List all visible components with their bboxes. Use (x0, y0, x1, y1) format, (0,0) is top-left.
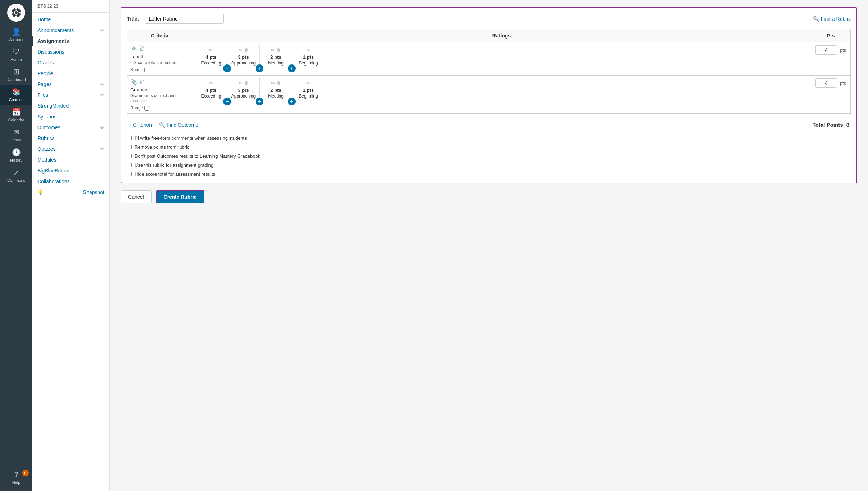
sidebar-item-pages[interactable]: Pages 👁 (32, 79, 109, 90)
delete-rating-icon[interactable]: 🗑 (276, 81, 281, 86)
nav-dashboard[interactable]: ⊞ Dashboard (0, 64, 32, 85)
delete-rating-icon[interactable]: 🗑 (276, 48, 281, 53)
main-content: Title: 🔍 Find a Rubric Criteria Ratings … (110, 0, 868, 491)
calendar-link[interactable]: 📅 Calendar (0, 105, 32, 125)
range-checkbox-length[interactable] (144, 68, 149, 72)
rating-pts: 2 pts (270, 54, 281, 60)
find-outcome-button[interactable]: 🔍 Find Outcome (159, 122, 198, 128)
delete-icon[interactable]: 🗑 (139, 78, 145, 85)
nav-help[interactable]: ? 10 Help (0, 468, 32, 487)
add-rating-button[interactable]: + (223, 98, 231, 105)
sidebar-item-quizzes[interactable]: Quizzes 👁 (32, 144, 109, 154)
pts-input-length[interactable] (815, 45, 837, 55)
find-rubric-button[interactable]: 🔍 Find a Rubric (813, 16, 851, 22)
use-grading-checkbox[interactable] (127, 163, 132, 167)
edit-rating-icon[interactable]: ✏ (239, 81, 243, 86)
sidebar-item-syllabus[interactable]: Syllabus (32, 111, 109, 122)
history-link[interactable]: 🕐 History (0, 145, 32, 165)
delete-icon[interactable]: 🗑 (139, 45, 145, 52)
sidebar-item-announcements[interactable]: Announcements 👁 (32, 25, 109, 36)
nav-account[interactable]: 👤 Account (0, 24, 32, 45)
sidebar-item-people[interactable]: People (32, 68, 109, 79)
dashboard-icon: ⊞ (13, 67, 19, 76)
edit-icon[interactable]: 📎 (130, 78, 137, 85)
nav-admin[interactable]: 🛡 Admin (0, 45, 32, 64)
files-eye-icon[interactable]: 👁 (100, 93, 104, 98)
pages-eye-icon[interactable]: 👁 (100, 82, 104, 87)
range-checkbox-grammar[interactable] (144, 106, 149, 111)
inbox-link[interactable]: ✉ Inbox (0, 125, 32, 145)
sidebar-item-home[interactable]: Home (32, 14, 109, 25)
rating-name: Approaching (231, 60, 256, 66)
edit-rating-icon[interactable]: ✏ (307, 48, 311, 53)
sidebar-item-outcomes[interactable]: Outcomes 👁 (32, 122, 109, 133)
edit-rating-icon[interactable]: ✏ (209, 81, 213, 86)
add-criterion-left: + Criterion 🔍 Find Outcome (128, 122, 198, 128)
add-criterion-row: + Criterion 🔍 Find Outcome Total Points:… (127, 119, 851, 131)
hide-score-checkbox[interactable] (127, 172, 132, 176)
free-form-checkbox[interactable] (127, 136, 132, 140)
rating-item: ✏ 🗑 3 pts Approaching + (227, 45, 260, 68)
remove-points-checkbox[interactable] (127, 145, 132, 149)
sidebar-item-collaborations[interactable]: Collaborations (32, 176, 109, 187)
add-criterion-button[interactable]: + Criterion (128, 122, 152, 128)
add-rating-button[interactable]: + (288, 98, 296, 105)
add-rating-button[interactable]: + (223, 64, 231, 72)
edit-rating-icon[interactable]: ✏ (271, 81, 275, 86)
add-rating-button[interactable]: + (288, 64, 296, 72)
sidebar-item-strongminded[interactable]: StrongMinded (32, 100, 109, 111)
nav-commons[interactable]: ↗ Commons (0, 165, 32, 185)
edit-rating-icon[interactable]: ✏ (271, 48, 275, 53)
rating-pts: 3 pts (238, 87, 249, 93)
edit-rating-icon[interactable]: ✏ (307, 81, 311, 86)
announcements-eye-icon[interactable]: 👁 (100, 28, 104, 33)
admin-icon: 🛡 (13, 48, 20, 56)
nav-inbox[interactable]: ✉ Inbox (0, 125, 32, 145)
delete-rating-icon[interactable]: 🗑 (244, 81, 249, 86)
canvas-logo[interactable] (7, 4, 25, 22)
nav-history[interactable]: 🕐 History (0, 145, 32, 165)
create-rubric-button[interactable]: Create Rubric (156, 190, 205, 203)
rating-name: Beginning (299, 60, 318, 66)
rubric-title-input[interactable] (145, 14, 224, 24)
sidebar-item-discussions[interactable]: Discussions (32, 46, 109, 57)
cancel-button[interactable]: Cancel (121, 190, 152, 203)
sidebar-item-files[interactable]: Files 👁 (32, 90, 109, 100)
rating-pts: 2 pts (270, 87, 281, 93)
use-grading-label: Use this rubric for assignment grading (135, 162, 213, 168)
add-rating-button[interactable]: + (256, 98, 263, 105)
rubric-title-row: Title: 🔍 Find a Rubric (127, 14, 851, 24)
sidebar-item-modules[interactable]: Modules (32, 154, 109, 165)
help-link[interactable]: ? 10 Help (0, 468, 32, 487)
bigbluebutton-label: BigBlueButton (37, 168, 69, 174)
pts-input-grammar[interactable] (815, 78, 837, 88)
dashboard-link[interactable]: ⊞ Dashboard (0, 64, 32, 85)
rating-actions: ✏ (209, 81, 213, 86)
admin-link[interactable]: 🛡 Admin (0, 45, 32, 64)
find-outcome-label: Find Outcome (167, 122, 198, 128)
edit-rating-icon[interactable]: ✏ (239, 48, 243, 53)
delete-rating-icon[interactable]: 🗑 (244, 48, 249, 53)
account-link[interactable]: 👤 Account (0, 24, 32, 45)
nav-calendar[interactable]: 📅 Calendar (0, 105, 32, 125)
commons-link[interactable]: ↗ Commons (0, 165, 32, 185)
outcomes-eye-icon[interactable]: 👁 (100, 125, 104, 130)
no-outcomes-label: Don't post Outcomes results to Learning … (135, 153, 260, 159)
rating-pts: 4 pts (205, 87, 216, 93)
no-outcomes-checkbox[interactable] (127, 154, 132, 158)
edit-icon[interactable]: 📎 (130, 45, 137, 52)
quizzes-eye-icon[interactable]: 👁 (100, 147, 104, 152)
courses-link[interactable]: 📚 Courses (0, 85, 32, 105)
nav-courses[interactable]: 📚 Courses (0, 85, 32, 105)
search-icon: 🔍 (159, 122, 165, 128)
add-rating-button[interactable]: + (256, 64, 263, 72)
sidebar-item-assignments[interactable]: Assignments (32, 36, 109, 46)
rating-name: Beginning (299, 94, 318, 99)
sidebar-item-grades[interactable]: Grades (32, 57, 109, 68)
strongminded-label: StrongMinded (37, 103, 69, 109)
edit-rating-icon[interactable]: ✏ (209, 48, 213, 53)
sidebar-item-rubrics[interactable]: Rubrics (32, 133, 109, 144)
criterion-name-length: Length (130, 54, 189, 59)
sidebar-item-bigbluebutton[interactable]: BigBlueButton (32, 165, 109, 176)
sidebar-item-snapshot[interactable]: 💡 Snapshot (32, 187, 109, 198)
